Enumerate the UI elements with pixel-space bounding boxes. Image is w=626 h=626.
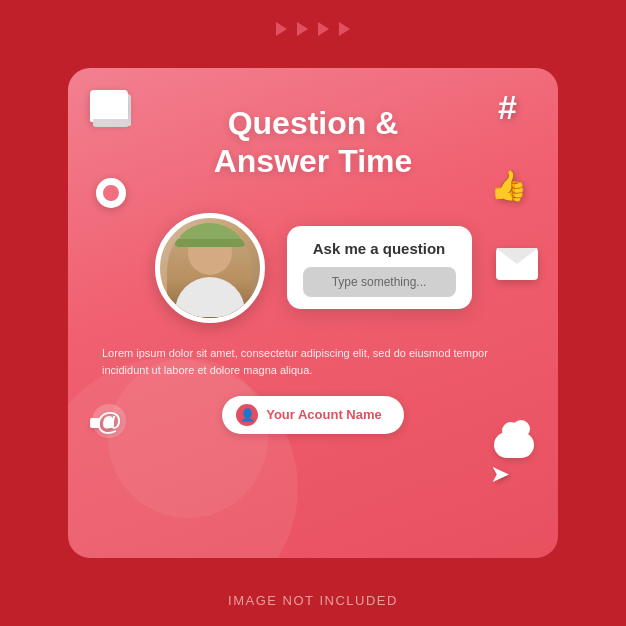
account-name: Your Acount Name [266,407,382,422]
bg-circle-medium [108,358,268,518]
account-button[interactable]: 👤 Your Acount Name [222,396,404,434]
title-line2: Answer Time [214,142,413,180]
outer-background: # 👍 @ ➤ Question & Answ [0,0,626,626]
cloud-icon [494,432,534,458]
quote-dot-1 [90,418,100,428]
arrow-icon-2 [297,22,308,36]
cursor-shape: ➤ [490,460,510,488]
bottom-label: IMAGE NOT INCLUDED [0,593,626,608]
person-hat [180,223,240,239]
envelope-icon [496,248,538,280]
person-hat-brim [175,239,245,247]
cloud-shape [494,432,534,458]
arrow-icon-3 [318,22,329,36]
ring-shape [96,178,126,208]
qa-box: Ask me a question Type something... [287,226,472,309]
quote-dot-2 [104,418,114,428]
book-shape [90,90,128,122]
hashtag-icon: # [498,90,532,124]
arrow-icon-4 [339,22,350,36]
arrow-icon-1 [276,22,287,36]
qa-input-bar[interactable]: Type something... [303,267,456,297]
person-body [175,277,245,317]
book-icon [90,90,128,122]
title-line1: Question & [214,104,413,142]
top-arrows-decoration [276,22,350,36]
main-card: # 👍 @ ➤ Question & Answ [68,68,558,558]
person-head [188,231,232,275]
thumbs-up-icon: 👍 [490,168,528,204]
bg-circle-large [68,358,298,558]
hash-shape: # [498,90,532,124]
ring-icon [96,178,126,208]
avatar [155,213,265,323]
quote-icon [90,418,114,428]
avatar-person [167,223,252,318]
card-title: Question & Answer Time [214,104,413,181]
quote-shape [90,418,114,428]
cursor-icon: ➤ [490,460,510,488]
account-icon: 👤 [236,404,258,426]
qa-box-title: Ask me a question [303,240,456,257]
middle-section: Ask me a question Type something... [98,213,528,323]
body-text: Lorem ipsum dolor sit amet, consectetur … [98,345,528,380]
like-shape: 👍 [490,168,528,204]
envelope-shape [496,248,538,280]
